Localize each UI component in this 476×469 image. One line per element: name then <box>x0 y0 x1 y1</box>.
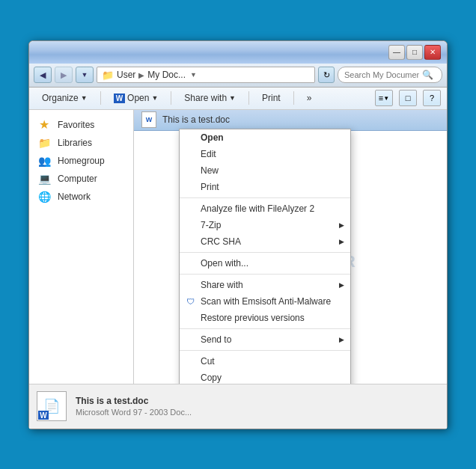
status-bar: 📄 W This is a test.doc Microsoft Word 97… <box>29 384 447 429</box>
ctx-7zip-label: 7-Zip <box>201 220 221 230</box>
open-label: Open <box>127 93 149 103</box>
toolbar-separator-4 <box>293 91 294 105</box>
open-arrow-icon: ▼ <box>151 94 158 102</box>
share-button[interactable]: Share with ▼ <box>177 90 242 106</box>
selected-word-icon: W <box>141 111 156 128</box>
view-options-button[interactable]: ≡ ▼ <box>375 90 393 106</box>
ctx-analyze[interactable]: Analyze file with FileAlyzer 2 <box>180 200 350 217</box>
sidebar-item-label: Libraries <box>58 138 92 148</box>
status-filename: This is a test.doc <box>76 396 192 406</box>
path-segment-user: User <box>117 70 135 80</box>
ctx-sep-4 <box>180 328 350 329</box>
address-bar: ◀ ▶ ▼ 📁 User ▶ My Doc... ▼ ↻ 🔍 <box>29 64 447 88</box>
path-segment-mydoc: My Doc... <box>147 70 186 80</box>
address-path[interactable]: 📁 User ▶ My Doc... ▼ <box>97 67 315 83</box>
share-arrow-icon: ▼ <box>229 94 236 102</box>
ctx-crcsha-label: CRC SHA <box>201 236 241 247</box>
ctx-7zip[interactable]: 7-Zip <box>180 217 350 233</box>
file-details: This is a test.doc Microsoft Word 97 - 2… <box>76 396 192 417</box>
sidebar-item-label: Favorites <box>58 120 94 130</box>
sidebar-item-label: Computer <box>58 174 97 184</box>
emsisoft-shield-icon: 🛡 <box>184 295 196 307</box>
search-box[interactable]: 🔍 <box>338 67 442 83</box>
preview-pane-button[interactable]: □ <box>399 90 417 106</box>
search-input[interactable] <box>344 70 419 79</box>
sidebar-item-homegroup[interactable]: 👥 Homegroup <box>29 152 133 170</box>
ctx-sharewith-label: Share with <box>201 280 243 290</box>
path-dropdown-icon[interactable]: ▼ <box>190 71 197 79</box>
selected-header: W This is a test.doc <box>134 110 447 131</box>
computer-icon: 💻 <box>37 173 52 185</box>
ctx-copy-label: Copy <box>201 373 222 383</box>
ctx-open-label: Open <box>201 132 224 143</box>
open-word-icon: W <box>114 94 125 103</box>
organize-button[interactable]: Organize ▼ <box>35 90 94 106</box>
more-label: » <box>307 93 312 103</box>
ctx-new[interactable]: New <box>180 162 350 179</box>
refresh-icon: ↻ <box>323 70 330 80</box>
maximize-button[interactable]: □ <box>406 45 423 60</box>
sidebar-item-label: Network <box>58 191 91 202</box>
minimize-button[interactable]: — <box>388 45 405 60</box>
view-arrow-icon: ▼ <box>383 95 389 102</box>
print-button[interactable]: Print <box>255 90 287 106</box>
ctx-openwith-label: Open with... <box>201 258 248 269</box>
ctx-sharewith[interactable]: Share with <box>180 277 350 293</box>
status-filetype: Microsoft Word 97 - 2003 Doc... <box>76 408 192 417</box>
preview-icon: □ <box>406 94 411 102</box>
open-button[interactable]: W Open ▼ <box>107 90 165 106</box>
share-label: Share with <box>184 93 227 103</box>
sidebar-scroll[interactable]: ★ Favorites 📁 Libraries 👥 Homegroup 💻 Co… <box>29 110 133 384</box>
libraries-icon: 📁 <box>37 137 52 149</box>
print-label: Print <box>262 93 281 103</box>
ctx-copy[interactable]: Copy <box>180 370 350 384</box>
file-icon-bottom: 📄 W <box>37 391 67 421</box>
ctx-cut-label: Cut <box>201 356 215 367</box>
sidebar-item-libraries[interactable]: 📁 Libraries <box>29 134 133 152</box>
context-menu: Open Edit New Print Analyze file with Fi… <box>179 129 351 384</box>
toolbar: Organize ▼ W Open ▼ Share with ▼ Print »… <box>29 88 447 110</box>
ctx-edit-label: Edit <box>201 149 216 159</box>
ctx-sendto[interactable]: Send to <box>180 331 350 348</box>
title-bar: — □ ✕ <box>29 41 447 64</box>
ctx-open[interactable]: Open <box>180 129 350 146</box>
help-button[interactable]: ? <box>423 90 441 106</box>
sidebar-item-network[interactable]: 🌐 Network <box>29 188 133 206</box>
toolbar-separator-1 <box>100 91 101 105</box>
ctx-sep-2 <box>180 252 350 253</box>
ctx-emsisoft-label: Scan with Emsisoft Anti-Malware <box>201 296 331 307</box>
ctx-edit[interactable]: Edit <box>180 146 350 162</box>
ctx-restore-label: Restore previous versions <box>201 313 305 323</box>
ctx-openwith[interactable]: Open with... <box>180 255 350 272</box>
explorer-window: — □ ✕ ◀ ▶ ▼ 📁 User ▶ My Doc... ▼ ↻ 🔍 Org… <box>28 40 448 429</box>
main-content: ★ Favorites 📁 Libraries 👥 Homegroup 💻 Co… <box>29 110 447 384</box>
ctx-sendto-label: Send to <box>201 334 231 345</box>
sidebar-item-computer[interactable]: 💻 Computer <box>29 170 133 188</box>
sidebar-item-label: Homegroup <box>58 156 105 166</box>
ctx-new-label: New <box>201 165 219 176</box>
refresh-button[interactable]: ↻ <box>318 67 335 83</box>
forward-button[interactable]: ▶ <box>55 67 73 83</box>
ctx-analyze-label: Analyze file with FileAlyzer 2 <box>201 203 314 214</box>
favorites-icon: ★ <box>37 119 52 131</box>
ctx-crcsha[interactable]: CRC SHA <box>180 233 350 250</box>
folder-icon: 📁 <box>102 70 114 81</box>
close-button[interactable]: ✕ <box>424 45 441 60</box>
ctx-cut[interactable]: Cut <box>180 353 350 370</box>
ctx-restore[interactable]: Restore previous versions <box>180 310 350 326</box>
organize-arrow-icon: ▼ <box>81 94 88 102</box>
ctx-print-label: Print <box>201 182 219 192</box>
path-separator-1: ▶ <box>138 71 144 79</box>
more-button[interactable]: » <box>300 90 319 106</box>
selected-filename: This is a test.doc <box>162 114 230 125</box>
ctx-sep-5 <box>180 350 350 351</box>
back-button[interactable]: ◀ <box>34 67 52 83</box>
sidebar-item-favorites[interactable]: ★ Favorites <box>29 116 133 134</box>
ctx-print[interactable]: Print <box>180 179 350 195</box>
toolbar-separator-2 <box>171 91 171 105</box>
recent-locations-button[interactable]: ▼ <box>76 67 94 83</box>
network-icon: 🌐 <box>37 191 52 203</box>
ctx-emsisoft[interactable]: 🛡 Scan with Emsisoft Anti-Malware <box>180 293 350 310</box>
ctx-sep-3 <box>180 274 350 275</box>
search-icon: 🔍 <box>422 70 433 80</box>
